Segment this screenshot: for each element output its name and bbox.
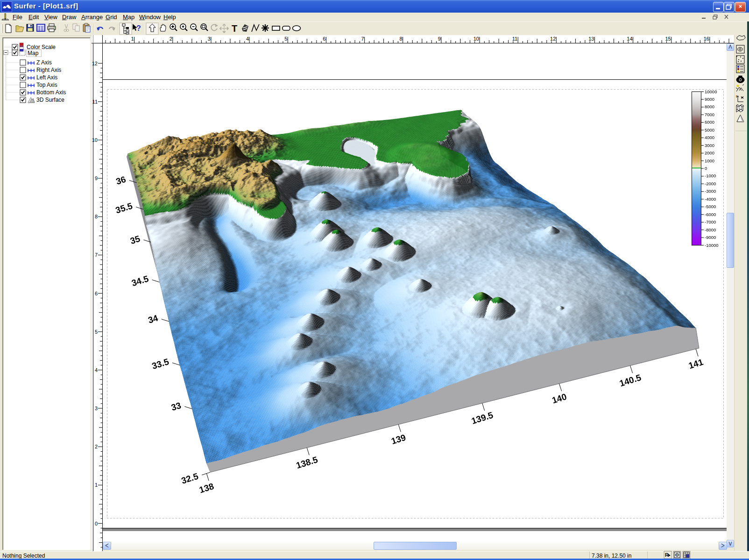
svg-text:?: ? [136,24,141,32]
svg-text:Z Axis: Z Axis [36,59,52,66]
svg-text:Right Axis: Right Axis [36,67,61,73]
svg-text:7: 7 [95,252,98,258]
svg-text:R: R [665,552,669,558]
svg-text:8: 8 [400,36,403,42]
svg-text:Top Axis: Top Axis [36,82,57,88]
svg-text:6: 6 [323,36,325,42]
svg-text:4: 4 [95,367,98,373]
svg-text:13: 13 [588,36,594,42]
svg-text:7: 7 [361,36,364,42]
svg-text:12: 12 [92,61,98,66]
svg-text:t: t [736,94,737,98]
svg-text:8: 8 [95,214,98,219]
svg-text:12: 12 [550,36,556,42]
svg-text:3: 3 [208,36,211,42]
svg-text:9: 9 [95,175,98,181]
svg-text:1: 1 [95,482,98,488]
svg-text:Bottom Axis: Bottom Axis [36,89,66,96]
svg-text:10: 10 [92,137,98,143]
svg-text:4: 4 [246,36,249,42]
svg-text:2: 2 [95,444,98,449]
svg-text:3: 3 [95,406,98,411]
svg-text:14: 14 [627,36,632,42]
svg-text:5: 5 [284,36,287,42]
svg-text:9: 9 [438,36,441,42]
svg-text:16: 16 [704,36,709,42]
svg-text:10: 10 [473,36,479,42]
svg-text:2: 2 [170,36,172,42]
svg-text:1: 1 [131,36,134,42]
svg-text:0: 0 [95,521,98,526]
svg-text:3D Surface: 3D Surface [36,97,64,103]
svg-text:Color Scale: Color Scale [27,44,56,50]
svg-text:T: T [232,23,237,34]
svg-text:5: 5 [95,329,98,335]
svg-text:Left Axis: Left Axis [36,74,57,81]
svg-text:Map: Map [28,50,39,56]
svg-text:11: 11 [92,99,98,105]
svg-text:R: R [676,553,678,557]
svg-text:15: 15 [665,36,671,42]
svg-text:11: 11 [512,36,517,42]
svg-text:6: 6 [95,291,98,296]
